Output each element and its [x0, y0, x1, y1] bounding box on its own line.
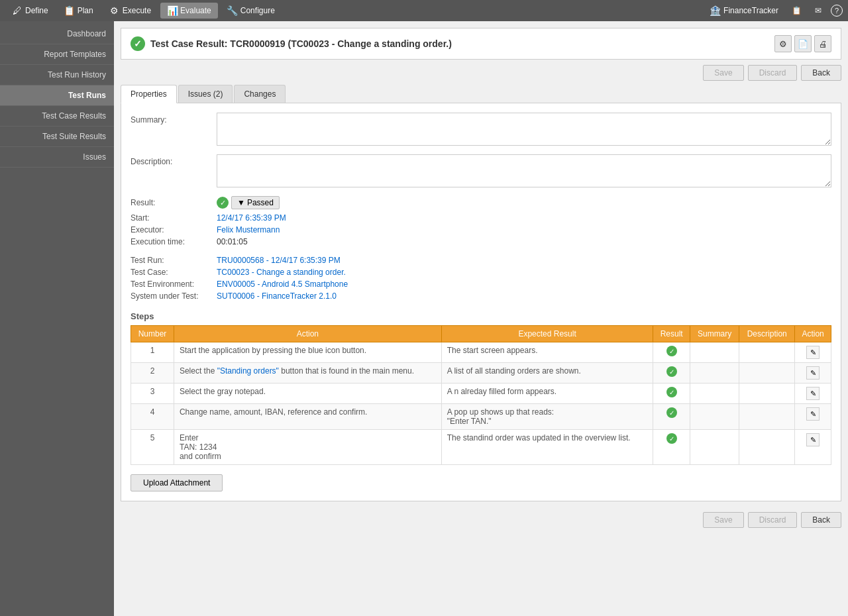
start-value: 12/4/17 6:35:39 PM	[217, 213, 286, 223]
step-pass-icon: ✓	[666, 407, 677, 418]
description-row: Description:	[131, 154, 831, 189]
steps-table: Number Action Expected Result Result Sum…	[131, 325, 831, 465]
save-button-top[interactable]: Save	[703, 65, 743, 81]
step-edit-button[interactable]: ✎	[806, 346, 820, 359]
discard-button-top[interactable]: Discard	[748, 65, 798, 81]
step-action-btn-cell: ✎	[795, 430, 831, 465]
sidebar-item-dashboard[interactable]: Dashboard	[0, 24, 114, 44]
copy-icon-button[interactable]: 📄	[794, 35, 812, 52]
sidebar-item-test-case-results[interactable]: Test Case Results	[0, 106, 114, 127]
settings-icon-button[interactable]: ⚙	[774, 35, 792, 52]
discard-button-bottom[interactable]: Discard	[748, 512, 798, 528]
steps-header-row: Number Action Expected Result Result Sum…	[131, 326, 831, 342]
description-field	[217, 154, 831, 189]
step-result-cell: ✓	[653, 342, 690, 363]
upload-section: Upload Attachment	[131, 474, 831, 491]
table-row: 1Start the application by pressing the b…	[131, 342, 831, 363]
step-number-cell: 5	[131, 430, 174, 465]
nav-configure[interactable]: 🔧 Configure	[221, 3, 282, 19]
sidebar: Dashboard Report Templates Test Run Hist…	[0, 21, 114, 616]
table-row: 5EnterTAN: 1234and confirmThe standind o…	[131, 430, 831, 465]
sidebar-item-report-templates[interactable]: Report Templates	[0, 44, 114, 65]
steps-title: Steps	[131, 311, 831, 321]
page-title: ✓ Test Case Result: TCR0000919 (TC00023 …	[131, 36, 452, 51]
step-expected-cell: A pop up shows up that reads:"Enter TAN.…	[441, 404, 653, 430]
col-number: Number	[131, 326, 174, 342]
help-button[interactable]: ?	[831, 5, 843, 17]
print-icon-button[interactable]: 🖨	[814, 35, 831, 52]
messages-button[interactable]: ✉	[811, 3, 825, 18]
step-summary-cell	[690, 430, 739, 465]
result-dropdown[interactable]: ▼ Passed	[231, 196, 280, 209]
system-under-test-label: System under Test:	[131, 291, 217, 301]
step-number-cell: 3	[131, 384, 174, 404]
nav-right-section: 🏦 FinanceTracker 📋 ✉ ?	[706, 3, 843, 19]
execute-icon: ⚙	[109, 5, 120, 16]
execution-time-value: 00:01:05	[217, 237, 248, 246]
tabs: Properties Issues (2) Changes	[121, 85, 841, 103]
execution-time-label: Execution time:	[131, 237, 217, 246]
step-edit-button[interactable]: ✎	[806, 387, 820, 400]
step-number-cell: 4	[131, 404, 174, 430]
test-case-value[interactable]: TC00023 - Change a standing order.	[217, 268, 346, 277]
execution-time-row: Execution time: 00:01:05	[131, 237, 831, 246]
table-row: 2Select the "Standing orders" button tha…	[131, 363, 831, 384]
nav-execute[interactable]: ⚙ Execute	[103, 3, 158, 19]
back-button-top[interactable]: Back	[801, 65, 841, 81]
back-button-bottom[interactable]: Back	[801, 512, 841, 528]
step-number-cell: 2	[131, 363, 174, 384]
step-action-cell: Start the application by pressing the bl…	[174, 342, 441, 363]
description-textarea[interactable]	[217, 154, 831, 187]
system-under-test-value[interactable]: SUT00006 - FinanceTracker 2.1.0	[217, 291, 337, 301]
step-description-cell	[739, 404, 795, 430]
step-edit-button[interactable]: ✎	[806, 407, 820, 421]
step-action-cell: Change name, amount, IBAN, reference and…	[174, 404, 441, 430]
step-description-cell	[739, 430, 795, 465]
col-action: Action	[174, 326, 441, 342]
sidebar-item-test-run-history[interactable]: Test Run History	[0, 65, 114, 85]
step-expected-cell: The standind order was updated in the ov…	[441, 430, 653, 465]
executor-value[interactable]: Felix Mustermann	[217, 225, 280, 234]
app-logo-icon: 🏦	[710, 5, 721, 16]
step-expected-cell: A n alreday filled form appears.	[441, 384, 653, 404]
step-summary-cell	[690, 404, 739, 430]
start-row: Start: 12/4/17 6:35:39 PM	[131, 213, 831, 223]
sidebar-item-test-runs[interactable]: Test Runs	[0, 85, 114, 106]
bottom-action-row: Save Discard Back	[121, 508, 841, 532]
result-badge: ✓ ▼ Passed	[217, 196, 280, 209]
test-environment-row: Test Environment: ENV00005 - Android 4.5…	[131, 280, 831, 289]
page-header: ✓ Test Case Result: TCR0000919 (TC00023 …	[121, 28, 841, 60]
sidebar-item-issues[interactable]: Issues	[0, 147, 114, 168]
step-edit-button[interactable]: ✎	[806, 433, 820, 446]
upload-attachment-button[interactable]: Upload Attachment	[131, 474, 223, 491]
nav-evaluate[interactable]: 📊 Evaluate	[160, 3, 218, 19]
test-environment-value[interactable]: ENV00005 - Android 4.5 Smartphone	[217, 280, 348, 289]
tab-issues[interactable]: Issues (2)	[178, 85, 233, 103]
step-action-btn-cell: ✎	[795, 363, 831, 384]
executor-label: Executor:	[131, 225, 217, 234]
tab-properties[interactable]: Properties	[121, 85, 177, 103]
define-icon: 🖊	[12, 5, 23, 16]
nav-plan[interactable]: 📋 Plan	[58, 3, 100, 19]
history-button[interactable]: 📋	[788, 3, 806, 18]
result-row: Result: ✓ ▼ Passed	[131, 196, 831, 209]
step-result-cell: ✓	[653, 430, 690, 465]
step-summary-cell	[690, 363, 739, 384]
step-result-cell: ✓	[653, 363, 690, 384]
col-summary: Summary	[690, 326, 739, 342]
save-button-bottom[interactable]: Save	[703, 512, 743, 528]
test-run-label: Test Run:	[131, 256, 217, 265]
summary-textarea[interactable]	[217, 113, 831, 146]
test-run-value[interactable]: TRU0000568 - 12/4/17 6:35:39 PM	[217, 256, 341, 265]
tab-changes[interactable]: Changes	[234, 85, 286, 103]
step-edit-button[interactable]: ✎	[806, 366, 820, 380]
table-row: 3Select the gray notepad.A n alreday fil…	[131, 384, 831, 404]
app-name: 🏦 FinanceTracker	[706, 3, 782, 19]
step-action-btn-cell: ✎	[795, 404, 831, 430]
step-description-cell	[739, 384, 795, 404]
nav-define[interactable]: 🖊 Define	[5, 3, 55, 19]
step-action-btn-cell: ✎	[795, 342, 831, 363]
step-pass-icon: ✓	[666, 366, 677, 377]
col-action-btn: Action	[795, 326, 831, 342]
sidebar-item-test-suite-results[interactable]: Test Suite Results	[0, 127, 114, 147]
